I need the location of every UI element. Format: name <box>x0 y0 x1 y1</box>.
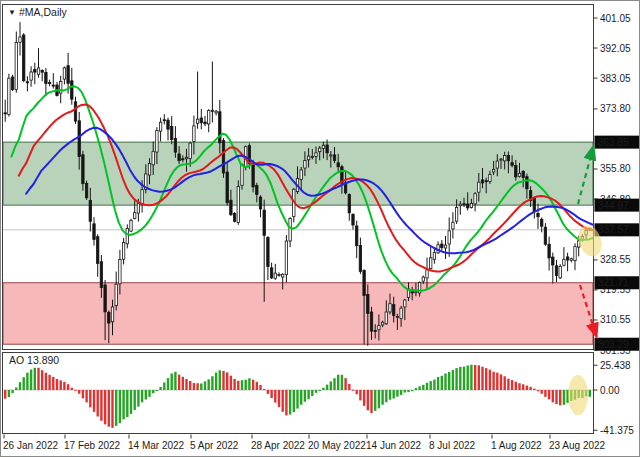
chart-collapse-icon[interactable]: ▼ <box>8 8 16 17</box>
ao-bar <box>270 390 272 398</box>
ao-bar <box>115 390 117 426</box>
candle-body <box>104 285 106 312</box>
ao-bar <box>196 383 198 390</box>
ao-bar <box>448 372 450 390</box>
time-axis[interactable]: 26 Jan 202217 Feb 202214 Mar 20225 Apr 2… <box>3 435 606 452</box>
ao-bar <box>544 390 546 397</box>
ao-bar <box>256 382 258 390</box>
ao-bar <box>463 367 465 390</box>
candle-body <box>518 173 520 176</box>
candle-body <box>285 241 287 274</box>
ao-bar <box>289 390 291 415</box>
ao-bar <box>337 375 339 390</box>
date-label: 28 Apr 2022 <box>251 440 305 451</box>
price-tag-label: 363.85 <box>598 137 629 148</box>
ao-bar <box>393 390 395 398</box>
ao-bar <box>500 374 502 390</box>
ao-bar <box>589 390 591 397</box>
ao-bar <box>529 387 531 390</box>
ao-bar <box>422 385 424 390</box>
price-tick-label: 401.05 <box>600 13 631 24</box>
ao-bar <box>489 370 491 390</box>
ao-bar <box>359 390 361 400</box>
ao-bar <box>93 390 95 412</box>
ao-bar <box>415 388 417 390</box>
candle-body <box>167 120 169 129</box>
candle-body <box>193 126 195 142</box>
chart-canvas[interactable]: ▼ #MA,Daily AO 13.890 401.05392.05383.05… <box>1 1 640 457</box>
ao-bar <box>378 390 380 408</box>
candle-body <box>496 161 498 168</box>
candle-body <box>233 213 235 221</box>
candle-body <box>492 169 494 172</box>
ao-bar <box>34 368 36 390</box>
ao-bar <box>48 375 50 390</box>
ao-bar <box>263 389 265 390</box>
candle-body <box>404 300 406 307</box>
ao-bar <box>470 365 472 390</box>
ao-bar <box>200 383 202 390</box>
ao-bar <box>559 390 561 405</box>
candle-body <box>163 120 165 121</box>
price-tick-label: 373.80 <box>600 103 631 114</box>
ao-bar <box>492 372 494 390</box>
ao-bar <box>315 390 317 393</box>
ao-bar <box>504 376 506 390</box>
candle-body <box>48 83 50 84</box>
ao-bar <box>108 390 110 427</box>
ao-bar <box>385 390 387 402</box>
ao-bar <box>100 390 102 421</box>
price-axis[interactable]: 401.05392.05383.05373.80355.80346.80328.… <box>594 13 640 436</box>
candle-body <box>422 277 424 281</box>
candle-body <box>137 204 139 213</box>
candle-body <box>374 330 376 331</box>
ao-bar <box>452 370 454 390</box>
candle-body <box>222 141 224 173</box>
support-zone <box>3 283 593 344</box>
candle-body <box>148 163 150 175</box>
date-label: 20 May 2022 <box>308 440 366 451</box>
candle-body <box>474 194 476 204</box>
ao-bar <box>171 373 173 390</box>
candle-body <box>71 81 73 99</box>
ao-bar <box>156 390 158 391</box>
ao-bar <box>278 390 280 407</box>
ao-bar <box>481 367 483 390</box>
ao-bar <box>89 390 91 407</box>
ao-bar <box>548 390 550 399</box>
ao-bar <box>259 385 261 390</box>
candle-body <box>230 200 232 215</box>
candle-body <box>37 68 39 75</box>
ao-tick-label: -41.375 <box>600 425 634 436</box>
candle-body <box>359 245 361 271</box>
ao-bar <box>111 390 113 428</box>
candle-body <box>178 154 180 161</box>
ao-bar <box>459 367 461 390</box>
ao-bar <box>85 390 87 402</box>
ao-bar <box>134 390 136 410</box>
candle-body <box>452 222 454 229</box>
ao-bar <box>226 372 228 390</box>
ao-bar <box>430 381 432 390</box>
candle-body <box>11 77 13 89</box>
candle-body <box>97 237 99 264</box>
ao-tick-label: 0.00 <box>600 385 620 396</box>
candle-body <box>537 214 539 217</box>
candle-body <box>111 307 113 322</box>
candle-body <box>415 292 417 293</box>
ao-bar <box>370 390 372 413</box>
ao-bar <box>515 382 517 390</box>
candle-body <box>241 165 243 186</box>
ao-bar <box>148 390 150 397</box>
candle-body <box>504 156 506 161</box>
candle-body <box>60 81 62 93</box>
ao-bar <box>552 390 554 402</box>
candle-body <box>23 35 25 81</box>
ao-bar <box>433 380 435 390</box>
chart-window: ▼ #MA,Daily AO 13.890 401.05392.05383.05… <box>0 0 640 457</box>
candle-body <box>459 204 461 206</box>
ao-bar <box>455 368 457 390</box>
candle-body <box>45 73 47 84</box>
ao-bar <box>356 390 358 394</box>
ao-bar <box>56 379 58 390</box>
